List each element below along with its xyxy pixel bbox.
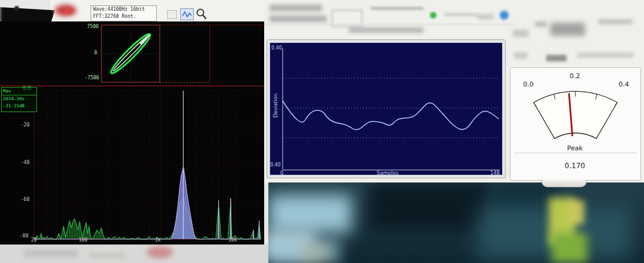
max-peak-overlay: Max 2014.1Hz -21.15dB: [1, 87, 37, 112]
gauge-dial: [534, 91, 617, 138]
fft-settings-label: FFT:32768 Root.: [93, 13, 156, 20]
desktop: Wave:44100Hz 16bit FFT:32768 Root. 7500 …: [0, 0, 644, 263]
wave-format-label: Wave:44100Hz 16bit: [93, 6, 156, 13]
landscape-foliage: [569, 200, 584, 224]
meter-divider: [515, 153, 636, 153]
lissajous-scale-bottom: -7500: [85, 75, 99, 81]
blurred-landscape: [268, 182, 644, 263]
blurred-dot: [14, 6, 19, 11]
magnifier-icon: [196, 8, 208, 20]
lissajous-panel: [0, 21, 264, 85]
landscape-foliage: [549, 197, 575, 245]
lissajous-scale-mid: 0: [94, 50, 97, 55]
lissajous-scope: [0, 21, 264, 85]
toolbar-button[interactable]: [167, 10, 177, 19]
deviation-curve: [283, 101, 499, 129]
deviation-x-end: 148: [490, 170, 500, 176]
spectrum-series-spectrum: [34, 199, 261, 240]
spectrum-y-label: -20: [21, 122, 29, 128]
wave-info-box: Wave:44100Hz 16bit FFT:32768 Root.: [91, 5, 157, 21]
peak-value-readout: 0.170: [554, 162, 596, 170]
landscape-shadow: [489, 182, 561, 218]
waveform-view-button[interactable]: [180, 8, 194, 20]
spectrum-y-label: -60: [21, 197, 29, 202]
gauge-scale-mid: 0.2: [565, 72, 584, 80]
spectrum-x-label-100: 100: [79, 237, 87, 243]
blurred-bottom-strip: [0, 245, 268, 263]
spectrum-x-label-10k: 10k: [228, 237, 237, 243]
deviation-plot-area: [270, 42, 503, 175]
deviation-chart: [270, 43, 502, 175]
spectrum-x-label-20: 20: [31, 237, 37, 243]
landscape-glow: [268, 239, 340, 263]
landscape-teal: [477, 206, 632, 260]
deviation-x-origin: 0: [280, 170, 283, 176]
landscape-shadow: [370, 182, 489, 230]
max-overlay-level: -21.15dB: [2, 103, 36, 110]
landscape-foliage: [552, 233, 587, 263]
deviation-y-min: -0.40: [268, 162, 281, 168]
lissajous-scale-top: 7500: [87, 24, 98, 29]
analyzer-toolbar: [50, 0, 264, 23]
deviation-x-axis-title: Samples: [364, 170, 411, 176]
fft-spectrum-plot: [0, 86, 264, 246]
max-overlay-freq: 2014.1Hz: [2, 95, 36, 103]
waveform-icon: [181, 9, 193, 20]
meter-tab-button[interactable]: [541, 180, 587, 187]
landscape-glow: [301, 245, 328, 260]
spectrum-panel: [0, 85, 264, 245]
spectrum-y-label: -80: [20, 233, 28, 239]
max-overlay-title: Max: [2, 88, 36, 95]
zoom-tool-button[interactable]: [196, 8, 208, 20]
deviation-y-max: 0.40: [271, 45, 282, 51]
gauge-scale-max: 0.4: [614, 81, 633, 88]
landscape-mist: [268, 194, 352, 233]
deviation-y-axis-title: Deviation: [273, 88, 278, 123]
spectrum-y-label: -40: [21, 160, 29, 165]
gauge-scale-min: 0.0: [519, 81, 538, 88]
landscape-mist: [268, 230, 316, 260]
spectrum-x-label-1k: 1k: [155, 237, 161, 243]
gauge-title: Peak: [554, 144, 596, 152]
